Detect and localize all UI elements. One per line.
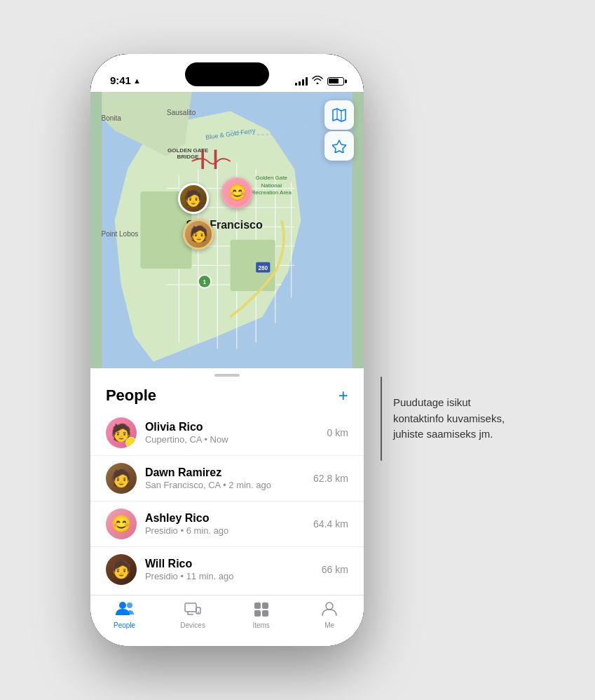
wifi-icon [312,76,323,86]
map-marker-will[interactable]: 🧑 [183,219,214,250]
devices-tab-icon [184,601,201,619]
clock: 9:41 [110,74,131,86]
map-marker-dawn[interactable]: 🧑 [178,183,209,214]
tab-items-label: Items [252,621,269,629]
person-location: Presidio • 11 min. ago [145,571,313,581]
person-item-will[interactable]: 🧑 Will Rico Presidio • 11 min. ago 66 km [90,547,364,592]
tab-devices-label: Devices [180,621,205,629]
person-avatar-olivia: 🧑 ⭐ [106,417,137,448]
me-tab-icon [322,601,337,619]
annotation-text: Puudutage isikutkontaktinfo kuvamiseks,j… [393,395,505,443]
person-avatar-ashley: 😊 [106,509,137,539]
svg-rect-32 [262,603,268,609]
location-icon: ▲ [133,76,141,85]
map-controls [324,100,354,161]
items-tab-icon [253,601,270,619]
person-location: Presidio • 6 min. ago [145,525,305,536]
annotation-bracket: Puudutage isikutkontaktinfo kuvamiseks,j… [381,377,505,461]
person-info-olivia: Olivia Rico Cupertino, CA • Now [145,421,319,445]
panel-header: People + [90,377,364,410]
person-item-olivia[interactable]: 🧑 ⭐ Olivia Rico Cupertino, CA • Now 0 km [90,410,364,456]
person-distance: 66 km [322,564,348,575]
svg-rect-34 [262,610,268,617]
location-button[interactable] [324,131,354,161]
person-distance: 62.8 km [313,473,348,484]
person-name: Will Rico [145,558,313,570]
status-time: 9:41 ▲ [110,74,141,86]
panel-title: People [106,386,156,405]
tab-people[interactable]: People [104,601,146,629]
person-info-dawn: Dawn Ramirez San Francisco, CA • 2 min. … [145,466,305,490]
svg-rect-31 [254,603,261,609]
battery-icon [327,77,344,86]
svg-rect-33 [254,610,261,617]
svg-text:280: 280 [258,265,268,271]
person-distance: 0 km [327,427,348,438]
people-tab-icon [116,601,134,619]
tab-people-label: People [114,621,135,629]
svg-rect-23 [214,149,217,168]
person-location: San Francisco, CA • 2 min. ago [145,480,305,490]
svg-point-27 [127,603,132,608]
map-type-button[interactable] [324,100,354,130]
person-distance: 64.4 km [313,518,348,530]
add-person-button[interactable]: + [338,387,348,404]
tab-devices[interactable]: Devices [172,601,214,629]
tab-bar: People Devices [90,595,364,646]
person-item-dawn[interactable]: 🧑 Dawn Ramirez San Francisco, CA • 2 min… [90,456,364,502]
person-location: Cupertino, CA • Now [145,434,319,445]
person-info-will: Will Rico Presidio • 11 min. ago [145,558,313,581]
svg-rect-28 [185,603,196,612]
tab-me-label: Me [324,621,334,629]
dynamic-island [185,62,269,86]
annotation-area: Puudutage isikutkontaktinfo kuvamiseks,j… [381,377,505,461]
svg-point-26 [119,602,126,609]
status-icons [295,76,344,86]
person-name: Olivia Rico [145,421,319,433]
map-marker-ashley[interactable]: 😊 [221,177,252,208]
svg-text:1: 1 [203,279,207,285]
bracket-line [381,377,382,461]
person-avatar-will: 🧑 [106,554,137,585]
phone-screen: 9:41 ▲ [90,54,364,646]
people-list: 🧑 ⭐ Olivia Rico Cupertino, CA • Now 0 km [90,410,364,595]
bottom-panel: People + 🧑 ⭐ Olivia Rico Cupertino, [90,368,364,646]
tab-me[interactable]: Me [308,601,350,629]
person-name: Ashley Rico [145,512,305,525]
svg-point-35 [326,603,333,610]
phone-frame: 9:41 ▲ [90,54,364,646]
person-info-ashley: Ashley Rico Presidio • 6 min. ago [145,512,305,536]
person-item-ashley[interactable]: 😊 Ashley Rico Presidio • 6 min. ago 64.4… [90,502,364,547]
person-name: Dawn Ramirez [145,466,305,479]
star-badge: ⭐ [125,437,137,448]
map-area[interactable]: 1 280 Sausalito GOLDEN GATEBRIDGE San Fr… [90,92,364,368]
person-avatar-dawn: 🧑 [106,463,137,494]
signal-icon [295,77,308,86]
tab-items[interactable]: Items [240,601,282,629]
